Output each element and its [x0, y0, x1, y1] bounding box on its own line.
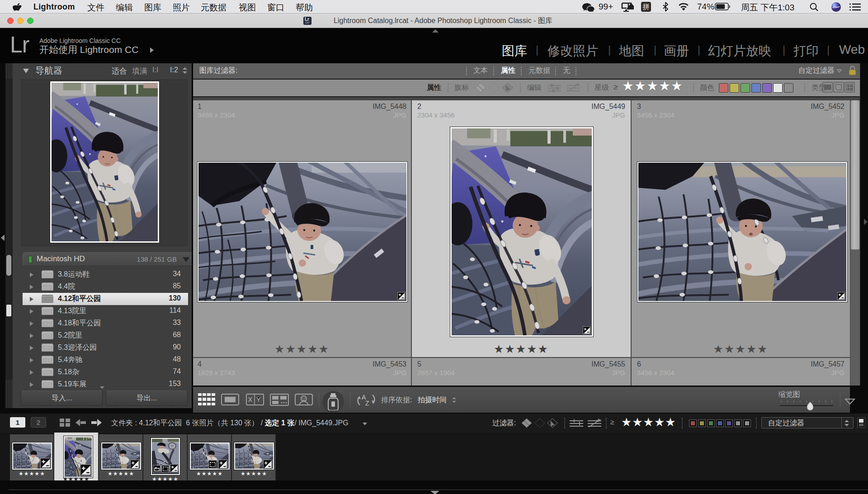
svg-text:Z: Z [365, 400, 369, 407]
